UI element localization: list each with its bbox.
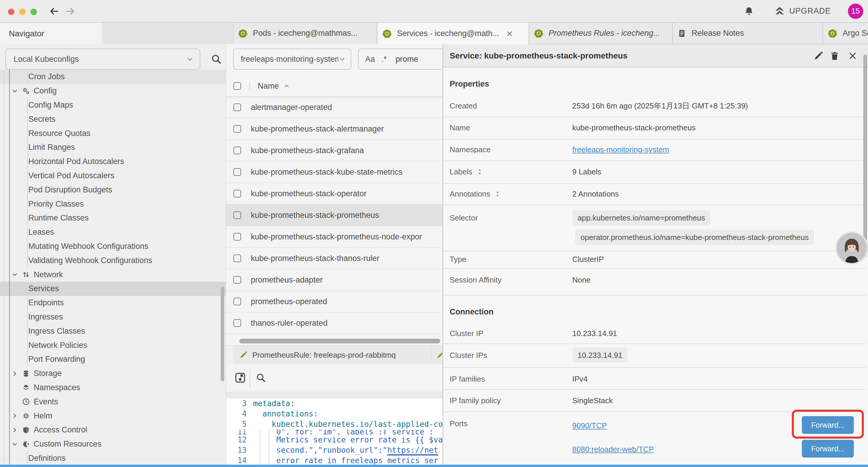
table-row[interactable]: prometheus-adapter bbox=[226, 269, 442, 291]
drawer-scrollbar[interactable] bbox=[863, 55, 867, 257]
sidebar-scrollbar[interactable] bbox=[221, 287, 224, 381]
sidebar-item-config-maps[interactable]: Config Maps bbox=[0, 98, 226, 112]
sidebar-item-endpoints[interactable]: Endpoints bbox=[0, 296, 226, 310]
sidebar-item-definitions[interactable]: Definitions bbox=[0, 451, 226, 465]
row-checkbox[interactable] bbox=[234, 104, 241, 111]
table-row[interactable]: kube-prometheus-stack-alertmanager bbox=[226, 118, 442, 140]
row-checkbox[interactable] bbox=[234, 211, 241, 219]
port-link-8080[interactable]: 8080:reloader-web/TCP bbox=[572, 443, 654, 456]
row-checkbox[interactable] bbox=[234, 298, 241, 305]
table-row[interactable]: prometheus-operated bbox=[226, 291, 442, 313]
sidebar-item-network-policies[interactable]: Network Policies bbox=[0, 338, 226, 352]
sort-caret-icon[interactable] bbox=[283, 83, 290, 90]
edit-pencil-icon[interactable] bbox=[813, 51, 824, 61]
editor-tab-partial[interactable] bbox=[432, 346, 442, 364]
zoom-window-button[interactable] bbox=[30, 8, 37, 15]
table-row[interactable]: kube-prometheus-stack-grafana bbox=[226, 140, 442, 162]
sidebar-item-vertical-pod-autoscalers[interactable]: Vertical Pod Autoscalers bbox=[0, 169, 226, 183]
sidebar-item-resource-quotas[interactable]: Resource Quotas bbox=[0, 126, 226, 140]
row-checkbox[interactable] bbox=[234, 125, 241, 133]
namespace-link[interactable]: freeleaps-monitoring-system bbox=[572, 143, 669, 156]
tab-release-notes[interactable]: Release Notes bbox=[673, 23, 823, 44]
save-icon[interactable] bbox=[234, 371, 247, 384]
back-icon[interactable] bbox=[49, 6, 60, 17]
table-row[interactable]: kube-prometheus-stack-kube-state-metrics bbox=[226, 162, 442, 183]
sidebar-item-leases[interactable]: Leases bbox=[0, 225, 226, 239]
sort-both-icon[interactable] bbox=[494, 191, 501, 197]
horizontal-scrollbar[interactable] bbox=[239, 339, 440, 344]
row-checkbox[interactable] bbox=[234, 190, 241, 198]
sidebar-item-access-control[interactable]: Access Control bbox=[0, 423, 226, 437]
tab-pods[interactable]: Pods - icecheng@mathmas... bbox=[233, 23, 377, 44]
sidebar-item-mutating-webhook-configurations[interactable]: Mutating Webhook Configurations bbox=[0, 239, 226, 254]
row-checkbox[interactable] bbox=[234, 255, 241, 262]
editor-tab-prometheusrule[interactable]: PrometheusRule: freeleaps-prod-rabbitmq bbox=[234, 346, 432, 364]
sidebar-item-port-forwarding[interactable]: Port Forwarding bbox=[0, 352, 226, 367]
table-row[interactable]: kube-prometheus-stack-operator bbox=[226, 183, 442, 205]
row-checkbox[interactable] bbox=[234, 168, 241, 176]
chevron-right-icon[interactable] bbox=[11, 412, 20, 419]
port-link-9090[interactable]: 9090/TCP bbox=[572, 419, 607, 432]
sidebar-item-storage[interactable]: Storage bbox=[0, 367, 226, 381]
notification-count-badge[interactable]: 15 bbox=[848, 4, 863, 19]
tab-navigator[interactable]: Navigator bbox=[0, 23, 102, 44]
avatar[interactable] bbox=[835, 231, 868, 265]
table-row-selected[interactable]: kube-prometheus-stack-prometheus bbox=[226, 205, 442, 226]
sidebar-item-priority-classes[interactable]: Priority Classes bbox=[0, 197, 226, 211]
yaml-editor[interactable]: 3metadata: 4 annotations: 5 kubectl.kube… bbox=[226, 399, 442, 465]
column-header-name[interactable]: Name bbox=[258, 82, 279, 91]
close-icon[interactable] bbox=[506, 30, 514, 37]
sidebar-item-config[interactable]: Config bbox=[0, 84, 226, 98]
sidebar-item-validating-webhook-configurations[interactable]: Validating Webhook Configurations bbox=[0, 253, 226, 267]
sidebar-item-events[interactable]: Events bbox=[0, 395, 226, 409]
sort-both-icon[interactable] bbox=[476, 169, 483, 175]
chevron-right-icon[interactable] bbox=[11, 370, 20, 377]
trash-icon[interactable] bbox=[829, 51, 840, 61]
table-row[interactable]: kube-prometheus-stack-thanos-ruler bbox=[226, 248, 442, 269]
sidebar-item-secrets[interactable]: Secrets bbox=[0, 112, 226, 126]
tab-prometheus-rules[interactable]: Prometheus Rules - icecheng... bbox=[529, 23, 673, 44]
table-row[interactable]: kube-prometheus-stack-prometheus-node-ex… bbox=[226, 226, 442, 248]
sidebar-item-cron-jobs[interactable]: Cron Jobs bbox=[0, 70, 226, 84]
row-checkbox[interactable] bbox=[234, 147, 241, 154]
row-checkbox[interactable] bbox=[234, 276, 241, 284]
filter-search-input[interactable]: Aa .* prome bbox=[358, 49, 442, 70]
sidebar-item-limit-ranges[interactable]: Limit Ranges bbox=[0, 140, 226, 154]
chevron-down-icon[interactable] bbox=[11, 441, 20, 448]
namespace-dropdown[interactable]: freeleaps-monitoring-system bbox=[233, 49, 351, 70]
sidebar-item-runtime-classes[interactable]: Runtime Classes bbox=[0, 211, 226, 225]
minimize-window-button[interactable] bbox=[19, 8, 26, 15]
sidebar-item-network[interactable]: Network bbox=[0, 267, 226, 282]
sidebar-item-helm[interactable]: Helm bbox=[0, 409, 226, 423]
sidebar-item-namespaces[interactable]: Namespaces bbox=[0, 381, 226, 395]
tab-argo[interactable]: Argo Se bbox=[823, 23, 868, 44]
select-all-checkbox[interactable] bbox=[234, 82, 241, 90]
sidebar-item-ingresses[interactable]: Ingresses bbox=[0, 310, 226, 324]
row-checkbox[interactable] bbox=[234, 319, 241, 327]
row-checkbox[interactable] bbox=[234, 233, 241, 241]
close-window-button[interactable] bbox=[8, 8, 14, 15]
bell-icon[interactable] bbox=[744, 6, 754, 17]
sidebar-item-ingress-classes[interactable]: Ingress Classes bbox=[0, 324, 226, 338]
tab-services[interactable]: Services - icecheng@math... bbox=[377, 23, 529, 44]
sidebar-item-custom-resources[interactable]: Custom Resources bbox=[0, 437, 226, 451]
search-icon[interactable] bbox=[255, 372, 267, 384]
upgrade-label[interactable]: UPGRADE bbox=[789, 6, 831, 16]
forward-button-8080[interactable]: Forward... bbox=[802, 440, 854, 458]
kubeconfig-dropdown[interactable]: Local Kubeconfigs bbox=[5, 49, 200, 70]
sidebar-item-pod-disruption-budgets[interactable]: Pod Disruption Budgets bbox=[0, 183, 226, 197]
chevron-right-icon[interactable] bbox=[11, 427, 20, 434]
upgrade-icon[interactable] bbox=[774, 5, 785, 17]
chevron-down-icon[interactable] bbox=[11, 87, 20, 95]
prop-value-labels[interactable]: 9 Labels bbox=[572, 165, 601, 178]
sidebar-item-services[interactable]: Services bbox=[0, 282, 226, 296]
sidebar-item-horizontal-pod-autoscalers[interactable]: Horizontal Pod Autoscalers bbox=[0, 154, 226, 169]
match-case-toggle[interactable]: Aa bbox=[365, 55, 375, 64]
close-icon[interactable] bbox=[847, 51, 858, 61]
search-icon[interactable] bbox=[210, 53, 222, 65]
table-row[interactable]: alertmanager-operated bbox=[226, 97, 442, 118]
prop-value-annotations[interactable]: 2 Annotations bbox=[572, 187, 619, 200]
chevron-down-icon[interactable] bbox=[11, 271, 20, 278]
regex-toggle[interactable]: .* bbox=[381, 55, 387, 64]
forward-icon[interactable] bbox=[65, 6, 76, 17]
